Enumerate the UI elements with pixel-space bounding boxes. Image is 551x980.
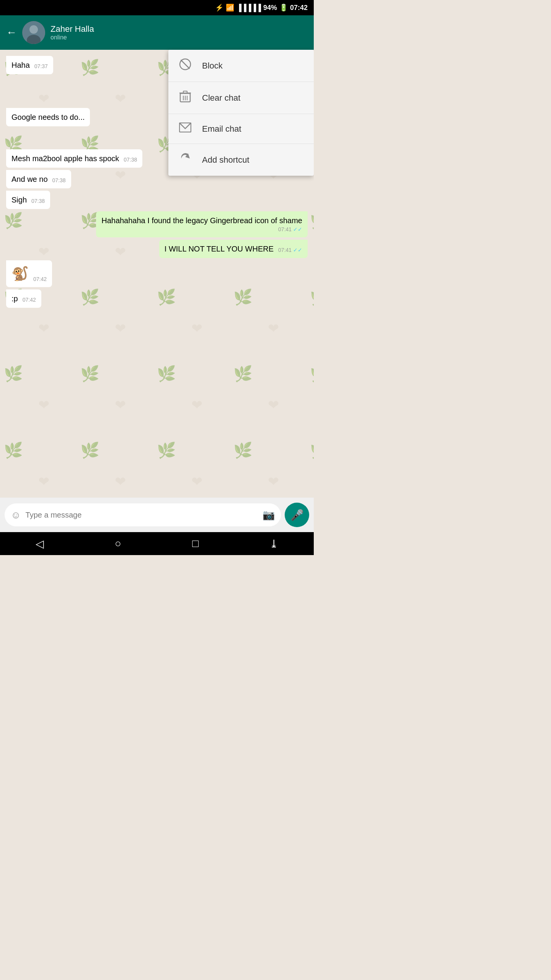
context-menu: Block Clear chat Email chat [168,50,314,176]
battery-icon: 🔋 [279,3,288,12]
contact-info[interactable]: Zaher Halla online [51,24,308,41]
menu-item-addshortcut[interactable]: Add shortcut [168,144,314,176]
menu-label-addshortcut: Add shortcut [202,155,249,165]
trash-icon [178,90,193,105]
menu-label-clearchat: Clear chat [202,93,240,103]
status-bar: ⚡ 📶 ▐▐▐▐▐ 94% 🔋 07:42 [0,0,314,15]
block-icon [178,58,193,73]
clock: 07:42 [290,4,308,12]
avatar[interactable] [22,21,45,44]
bluetooth-icon: ⚡ [215,3,223,12]
chat-header: ← Zaher Halla online [0,15,314,50]
mic-icon: 🎤 [290,509,304,521]
wifi-icon: 📶 [226,3,234,12]
contact-status: online [51,34,308,41]
battery-level: 94% [263,4,277,12]
menu-label-block: Block [202,61,223,71]
menu-item-clearchat[interactable]: Clear chat [168,82,314,114]
recent-nav-icon[interactable]: □ [192,537,199,550]
svg-line-4 [181,60,190,69]
menu-item-emailchat[interactable]: Email chat [168,114,314,144]
signal-icon: ▐▐▐▐▐ [236,4,261,12]
avatar-image [22,21,45,44]
download-nav-icon[interactable]: ⤓ [269,537,278,550]
menu-item-block[interactable]: Block [168,50,314,82]
status-icons: ⚡ 📶 ▐▐▐▐▐ 94% 🔋 07:42 [215,3,308,12]
email-icon [178,122,193,135]
back-button[interactable]: ← [6,26,17,39]
svg-rect-7 [183,91,187,93]
svg-point-1 [29,25,38,34]
mic-button[interactable]: 🎤 [285,503,309,527]
dropdown-overlay[interactable] [0,50,168,555]
camera-icon[interactable]: 📷 [262,509,275,521]
shortcut-icon [178,152,193,167]
contact-name: Zaher Halla [51,24,308,34]
message-bubble: I WILL NOT TELL YOU WHERE 07:41 ✓✓ [159,240,308,258]
menu-label-emailchat: Email chat [202,124,241,134]
